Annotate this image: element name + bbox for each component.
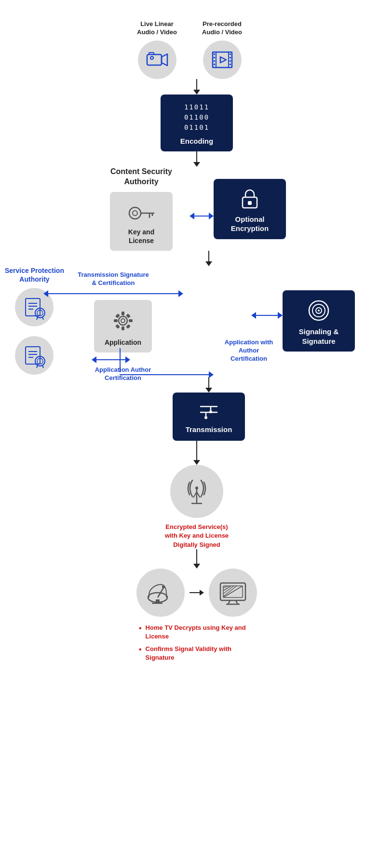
svg-rect-23 bbox=[26, 298, 40, 316]
signaling-box-wrap: Signaling &Signature bbox=[283, 290, 355, 352]
trans-arrow-left-head bbox=[43, 290, 48, 297]
svg-point-52 bbox=[318, 310, 320, 312]
home-tv-bullet2: • Confirms Signal Validity with Signatur… bbox=[139, 645, 255, 662]
svg-marker-1 bbox=[162, 54, 167, 66]
key-encryption-arrow bbox=[190, 213, 214, 219]
svg-marker-15 bbox=[220, 57, 226, 63]
svg-line-38 bbox=[42, 365, 43, 368]
encoding-label: Encoding bbox=[180, 136, 213, 146]
svg-point-40 bbox=[121, 319, 125, 323]
live-video-icon bbox=[138, 41, 176, 79]
svg-rect-41 bbox=[122, 312, 124, 315]
application-box: Application bbox=[94, 300, 152, 353]
svg-point-16 bbox=[129, 207, 141, 219]
trans-arrow-shaft bbox=[48, 293, 178, 294]
svg-rect-48 bbox=[126, 324, 131, 329]
trans-arrow-right-head bbox=[178, 290, 183, 297]
svg-line-29 bbox=[37, 317, 38, 320]
svg-point-58 bbox=[204, 416, 207, 419]
svg-line-30 bbox=[42, 317, 43, 320]
svg-rect-44 bbox=[129, 319, 133, 322]
svg-rect-0 bbox=[147, 54, 162, 65]
svg-point-39 bbox=[119, 316, 127, 325]
svg-point-17 bbox=[133, 211, 137, 216]
receiver-circle bbox=[136, 569, 185, 617]
optional-encryption-box: Optional Encryption bbox=[214, 179, 286, 239]
prerecorded-icon bbox=[203, 41, 242, 79]
svg-line-75 bbox=[223, 586, 237, 597]
tv-circle bbox=[209, 569, 257, 617]
transmission-box: Transmission bbox=[173, 393, 245, 441]
svg-rect-3 bbox=[149, 53, 154, 54]
live-linear-label: Live Linear Audio / Video bbox=[133, 20, 181, 37]
svg-rect-9 bbox=[214, 60, 215, 62]
diagram: Live Linear Audio / Video Pre-recorded A… bbox=[0, 0, 379, 672]
app-with-author-label: Application withAuthorCertification bbox=[220, 339, 278, 363]
svg-line-37 bbox=[37, 365, 38, 368]
svg-rect-11 bbox=[230, 54, 231, 55]
svg-rect-14 bbox=[230, 64, 231, 65]
app-author-arrow-head-left bbox=[92, 356, 96, 363]
receiver-tv-arrow bbox=[190, 590, 204, 596]
optional-encryption-label: Optional Encryption bbox=[219, 215, 280, 233]
svg-rect-43 bbox=[114, 319, 118, 322]
arrow-antenna-home bbox=[193, 549, 200, 569]
key-license-label: Key and License bbox=[116, 228, 167, 245]
cert-circle-bottom bbox=[15, 336, 54, 375]
antenna-circle bbox=[170, 465, 223, 518]
transmission-label: Transmission bbox=[186, 425, 232, 434]
svg-rect-7 bbox=[214, 54, 215, 55]
svg-rect-13 bbox=[230, 60, 231, 62]
svg-point-63 bbox=[195, 487, 198, 489]
home-tv-bullet1: • Home TV Decrypts using Key and License bbox=[139, 624, 255, 641]
binary-display: 110110110001101 bbox=[184, 102, 209, 133]
content-security-title: Content SecurityAuthority bbox=[110, 167, 172, 187]
svg-rect-31 bbox=[26, 347, 40, 364]
app-vertical-line bbox=[120, 348, 121, 372]
app-author-arrow-shaft bbox=[96, 359, 125, 360]
svg-rect-8 bbox=[214, 57, 215, 58]
app-to-signaling-bottom-arrow bbox=[120, 371, 214, 378]
application-label: Application bbox=[105, 338, 141, 347]
arrow-encoding-encryption bbox=[193, 151, 200, 167]
svg-rect-47 bbox=[115, 324, 120, 329]
key-license-box: Key and License bbox=[110, 192, 173, 251]
svg-point-66 bbox=[162, 585, 165, 588]
arrow-transmission-antenna bbox=[193, 441, 200, 465]
svg-rect-12 bbox=[230, 57, 231, 58]
app-with-author-label-wrap: Application withAuthorCertification bbox=[220, 339, 278, 363]
svg-rect-42 bbox=[122, 326, 124, 330]
encrypted-service-label: Encrypted Service(s)with Key and License… bbox=[165, 523, 229, 549]
svg-rect-22 bbox=[248, 201, 252, 205]
arrow-sources-encoding bbox=[193, 79, 200, 95]
prerecorded-label: Pre-recorded Audio / Video bbox=[198, 20, 246, 37]
svg-point-2 bbox=[150, 56, 153, 59]
arrow-signaling-transmission bbox=[205, 377, 212, 393]
app-signaling-arrow bbox=[251, 312, 283, 319]
svg-rect-10 bbox=[214, 64, 215, 65]
encoding-box: 110110110001101 Encoding bbox=[161, 95, 233, 152]
app-author-arrow-head-right bbox=[125, 356, 130, 363]
signaling-label: Signaling &Signature bbox=[299, 327, 339, 346]
arrow-encryption-signaling bbox=[205, 251, 212, 266]
transmission-sig-label: Transmission Signature& Certification bbox=[65, 271, 162, 287]
